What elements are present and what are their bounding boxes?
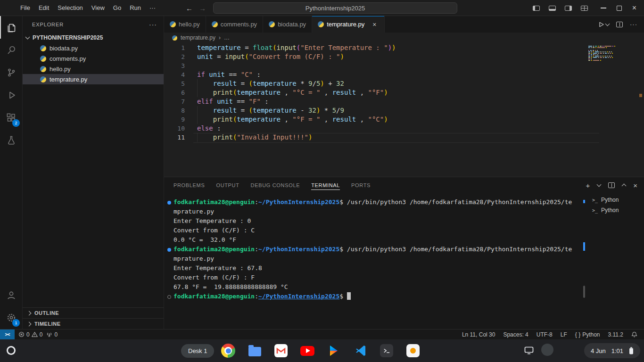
python-interpreter-version[interactable]: 3.11.2 bbox=[608, 331, 623, 338]
editor-tab-biodata.py[interactable]: biodata.py× bbox=[263, 16, 312, 33]
command-decoration-icon[interactable] bbox=[167, 295, 171, 299]
sidebar-section-timeline[interactable]: TIMELINE bbox=[23, 318, 164, 329]
code-line-8: result = (temperature - 32) * 5/9 bbox=[197, 106, 644, 115]
search-icon[interactable] bbox=[0, 39, 22, 61]
maximize-icon[interactable] bbox=[617, 6, 622, 11]
close-icon[interactable]: × bbox=[632, 4, 636, 12]
menubar-item[interactable]: Selection bbox=[53, 0, 87, 16]
extensions-icon[interactable]: 2 bbox=[0, 107, 22, 129]
python-file-icon bbox=[170, 21, 176, 27]
split-terminal-icon[interactable] bbox=[608, 182, 615, 188]
explorer-file-list: biodata.pycomments.pyhello.pytemprature.… bbox=[23, 43, 164, 84]
terminal-instance-2[interactable]: >_Python bbox=[586, 205, 644, 215]
editor-more-actions-icon[interactable]: ··· bbox=[630, 21, 637, 28]
menubar-item[interactable]: Run bbox=[125, 0, 145, 16]
explorer-icon[interactable] bbox=[0, 16, 22, 39]
panel-tab-problems[interactable]: PROBLEMS bbox=[173, 177, 205, 193]
ports-status[interactable]: 0 bbox=[46, 331, 58, 338]
desk-button[interactable]: Desk 1 bbox=[181, 344, 214, 358]
token: * bbox=[320, 107, 332, 114]
breadcrumb-symbol[interactable]: … bbox=[224, 34, 230, 41]
panel-tab-output[interactable]: OUTPUT bbox=[216, 177, 239, 193]
minimize-icon[interactable] bbox=[601, 8, 606, 8]
explorer-file-biodata.py[interactable]: biodata.py bbox=[23, 43, 164, 53]
run-dropdown-icon[interactable] bbox=[605, 21, 610, 26]
close-panel-icon[interactable]: × bbox=[633, 181, 637, 189]
back-icon[interactable]: ← bbox=[186, 4, 193, 12]
line-number: 1 bbox=[164, 43, 185, 52]
chrome-icon[interactable] bbox=[221, 343, 236, 358]
source-control-icon[interactable] bbox=[0, 61, 22, 84]
panel-tab-debug-console[interactable]: DEBUG CONSOLE bbox=[251, 177, 300, 193]
maximize-panel-icon[interactable] bbox=[622, 184, 627, 189]
sidebar-section-outline[interactable]: OUTLINE bbox=[23, 307, 164, 318]
menubar-item[interactable]: Go bbox=[109, 0, 125, 16]
command-center-search[interactable]: PythonInternship2025 bbox=[213, 2, 457, 14]
vscode-icon[interactable] bbox=[353, 343, 368, 358]
explorer-file-hello.py[interactable]: hello.py bbox=[23, 64, 164, 74]
panel-tab-terminal[interactable]: TERMINAL bbox=[311, 177, 340, 193]
terminal-scrollbar[interactable] bbox=[582, 193, 586, 329]
explorer-more-actions-icon[interactable]: ··· bbox=[149, 21, 157, 28]
menubar-item[interactable]: File bbox=[16, 0, 34, 16]
explorer-file-temprature.py[interactable]: temprature.py bbox=[23, 74, 164, 84]
code-editor[interactable]: 1234567891011 temperature = float(input(… bbox=[164, 43, 644, 177]
launcher-icon[interactable] bbox=[7, 346, 16, 355]
command-decoration-icon[interactable] bbox=[167, 201, 171, 205]
token: print bbox=[213, 133, 233, 141]
editor-tab-comments.py[interactable]: comments.py× bbox=[206, 16, 263, 33]
token: ( bbox=[297, 44, 300, 51]
forward-icon[interactable]: → bbox=[199, 4, 206, 12]
menubar-item[interactable]: View bbox=[87, 0, 109, 16]
testing-icon[interactable] bbox=[0, 129, 22, 152]
new-terminal-icon[interactable]: + bbox=[586, 181, 590, 189]
breadcrumb-file[interactable]: temprature.py bbox=[181, 34, 215, 41]
explorer-file-comments.py[interactable]: comments.py bbox=[23, 53, 164, 64]
language-mode[interactable]: { } Python bbox=[575, 331, 600, 338]
notifications-bell-icon[interactable] bbox=[631, 331, 637, 337]
line-number: 8 bbox=[164, 106, 185, 115]
toggle-secondary-sidebar-icon[interactable] bbox=[565, 6, 572, 11]
play-store-icon[interactable] bbox=[326, 343, 341, 358]
terminal-profile-dropdown-icon[interactable] bbox=[597, 182, 602, 187]
youtube-icon[interactable] bbox=[300, 343, 315, 358]
tab-close-icon[interactable]: × bbox=[370, 21, 379, 28]
line-number: 10 bbox=[164, 124, 185, 133]
run-debug-icon[interactable] bbox=[0, 84, 22, 107]
terminal-app-icon[interactable] bbox=[379, 343, 394, 358]
indentation[interactable]: Spaces: 4 bbox=[503, 331, 528, 338]
gmail-icon[interactable] bbox=[273, 343, 289, 358]
command-decoration-icon[interactable] bbox=[167, 248, 171, 252]
token: print bbox=[213, 89, 233, 96]
menubar-item[interactable]: ··· bbox=[145, 0, 160, 16]
tray-notification-icon[interactable] bbox=[541, 344, 553, 356]
problems-status[interactable]: 0 0 bbox=[18, 331, 42, 338]
panel-tab-ports[interactable]: PORTS bbox=[351, 177, 371, 193]
toggle-sidebar-icon[interactable] bbox=[533, 6, 540, 11]
terminal[interactable]: fodkarfatima28@penguin:~/PythonInternshi… bbox=[164, 193, 582, 329]
account-icon[interactable] bbox=[0, 284, 22, 306]
status-tray[interactable]: 4 Jun 1:01 bbox=[584, 343, 640, 358]
editor-tab-temprature.py[interactable]: temprature.py× bbox=[312, 16, 385, 33]
encoding[interactable]: UTF-8 bbox=[537, 331, 553, 338]
remote-indicator[interactable]: >< bbox=[0, 329, 15, 339]
gallery-app-icon[interactable] bbox=[405, 343, 421, 358]
run-python-file-button[interactable] bbox=[598, 21, 609, 28]
explorer-root-folder[interactable]: PYTHONINTERNSHIP2025 bbox=[23, 33, 164, 43]
screen-capture-icon[interactable] bbox=[524, 346, 534, 354]
eol-sequence[interactable]: LF bbox=[561, 331, 567, 338]
customize-layout-icon[interactable] bbox=[581, 6, 588, 11]
toggle-panel-icon[interactable] bbox=[549, 6, 556, 11]
cursor-position[interactable]: Ln 11, Col 30 bbox=[462, 331, 495, 338]
token: , bbox=[356, 89, 368, 96]
split-editor-icon[interactable] bbox=[616, 22, 623, 27]
menubar-item[interactable]: Edit bbox=[34, 0, 53, 16]
settings-gear-icon[interactable]: 1 bbox=[0, 306, 22, 329]
terminal-instance-1[interactable]: >_Python bbox=[586, 195, 644, 205]
line-number: 3 bbox=[164, 61, 185, 70]
files-app-icon[interactable] bbox=[247, 343, 262, 358]
code-line-7: elif unit == "F" : bbox=[197, 97, 644, 106]
editor-tab-hello.py[interactable]: hello.py× bbox=[164, 16, 206, 33]
token: unit bbox=[217, 98, 233, 105]
code-content[interactable]: temperature = float(input("Enter Tempera… bbox=[197, 43, 644, 177]
